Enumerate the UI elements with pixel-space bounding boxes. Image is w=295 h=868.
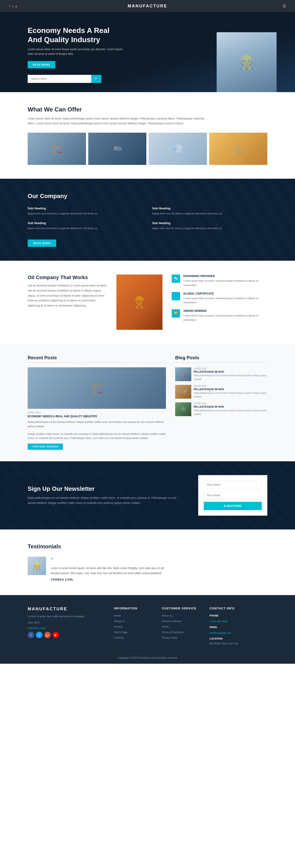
- recent-post-date: JUNE 2019: [28, 411, 166, 414]
- navbar-social-links: f t p: [9, 4, 17, 8]
- newsletter-text: Sign Up Our Newsletter Nulla pellentesqu…: [28, 485, 184, 505]
- footer-link-faq[interactable]: FAQ's Page: [114, 631, 127, 633]
- testimonial-avatar-1: 👷: [28, 557, 46, 575]
- list-item: Terms & Conditions: [162, 630, 200, 634]
- company-read-more-button[interactable]: READ MORE: [28, 240, 56, 247]
- oil-feature-3-content: AWARD WINNING Lorem ipsum dolor sit amet…: [183, 309, 267, 322]
- blog-post-date-2: 24FEB 2019: [194, 385, 267, 388]
- newsletter-section: Sign Up Our Newsletter Nulla pellentesqu…: [0, 461, 295, 529]
- pinterest-link[interactable]: p: [16, 4, 17, 8]
- search-input[interactable]: [28, 75, 91, 83]
- company-item-1: Sub Heading Itaque enim rem his fentur a…: [28, 207, 143, 216]
- search-button[interactable]: 🔍: [91, 75, 101, 83]
- footer-customer-service-links: About Us Delivery & Return Terms Terms &…: [162, 613, 200, 640]
- site-logo: MANUFACTURE: [128, 4, 167, 8]
- footer-link-present[interactable]: Present: [114, 625, 123, 628]
- list-item: Terms: [162, 624, 200, 628]
- blog-post-text-1: Nulla pellentesque mi non laoreet eleife…: [194, 374, 267, 381]
- search-bar: 🔍: [28, 75, 101, 83]
- oil-feature-1-title: EXPANDING PROVIDER: [183, 275, 267, 278]
- footer-customer-service-col: CUSTOMER SERVICE About Us Delivery & Ret…: [162, 607, 200, 646]
- company-item-3-heading: Sub Heading: [28, 221, 143, 225]
- footer-link-terms[interactable]: Terms: [162, 625, 169, 628]
- list-item: FAQ's Page: [114, 630, 153, 634]
- offer-image-2: 🚢: [88, 133, 147, 165]
- footer-link-about[interactable]: About Us: [162, 614, 172, 617]
- footer-facebook-link[interactable]: f: [28, 632, 34, 638]
- recent-post-text-1: Nulla pellentesque mi non laoreet eleife…: [28, 420, 166, 428]
- footer-googleplus-link[interactable]: g+: [44, 632, 51, 638]
- blog-post-thumb-1: 🏗️: [175, 367, 191, 381]
- hero-image: 👷: [217, 32, 276, 92]
- company-item-1-heading: Sub Heading: [28, 207, 143, 210]
- recent-post-image: 🏗️: [28, 367, 166, 409]
- facebook-link[interactable]: f: [9, 4, 10, 8]
- list-item: Privacy Policy: [162, 636, 200, 640]
- blog-post-info-3: 24FEB 2019 PELLENTESQUE MI NON Nulla pel…: [194, 402, 267, 416]
- company-item-4-text: Itaque enim rem his fentur a sapiente de…: [152, 226, 267, 230]
- continue-reading-button[interactable]: CONTINUE READING: [28, 443, 63, 450]
- newsletter-email-input[interactable]: [204, 491, 262, 499]
- blog-post-date-1: 24FEB 2019: [194, 367, 267, 370]
- hero-content: Economy Needs A Real And Quality Industr…: [28, 26, 124, 83]
- award-winning-icon: 🏆: [172, 309, 180, 318]
- hero-read-more-button[interactable]: READ MORE: [28, 61, 55, 68]
- oil-feature-2-content: GLOBAL CERTIFICATE Lorem ipsum dolor sit…: [183, 292, 267, 305]
- blog-post-date-3: 24FEB 2019: [194, 402, 267, 405]
- oil-features: 📡 EXPANDING PROVIDER Lorem ipsum dolor s…: [172, 275, 267, 322]
- footer-link-delivery[interactable]: Delivery & Return: [162, 620, 182, 622]
- oil-text: Oil Company That Works sed do eiusmod te…: [28, 275, 107, 308]
- testimonial-text-1: Lorem ut amet nostro quam, sit amet uldo…: [51, 566, 166, 576]
- offer-image-1: 🏗️: [28, 133, 86, 165]
- blog-post-title-3: PELLENTESQUE MI NON: [194, 405, 267, 408]
- blog-post-thumb-3: ⚙️: [175, 402, 191, 416]
- footer-link-privacy-policy[interactable]: Privacy Policy: [162, 636, 177, 639]
- oil-feature-3-title: AWARD WINNING: [183, 309, 267, 312]
- quote-icon: ": [51, 557, 166, 564]
- newsletter-subscribe-button[interactable]: SUBSCRIBE: [204, 502, 262, 510]
- twitter-link[interactable]: t: [12, 4, 13, 8]
- footer-link-terms-conditions[interactable]: Terms & Conditions: [162, 631, 184, 633]
- footer-youtube-link[interactable]: ▶: [53, 632, 59, 638]
- footer-link-contacts[interactable]: Contacts: [114, 636, 124, 639]
- list-item: Delivery & Return: [162, 619, 200, 623]
- menu-icon[interactable]: ☰: [283, 4, 286, 8]
- global-certificate-icon: 🌐: [172, 292, 180, 300]
- navbar: f t p MANUFACTURE ☰: [0, 0, 295, 12]
- footer-email: info@example.com: [209, 630, 267, 636]
- footer-brand-description: Ut ardo ut amet, duis mollis elementum c…: [28, 614, 105, 619]
- company-item-4-heading: Sub Heading: [152, 221, 267, 225]
- footer-twitter-link[interactable]: t: [36, 632, 42, 638]
- oil-feature-2: 🌐 GLOBAL CERTIFICATE Lorem ipsum dolor s…: [172, 292, 267, 305]
- company-section: Our Company Sub Heading Itaque enim rem …: [0, 179, 295, 261]
- newsletter-form: SUBSCRIBE: [198, 475, 267, 516]
- list-item: Contacts: [114, 636, 153, 640]
- hero-description: Lorem ipsum dolor sit amet finque partis…: [28, 47, 124, 56]
- blog-post-info-1: 24FEB 2019 PELLENTESQUE MI NON Nulla pel…: [194, 367, 267, 381]
- testimonial-author-1: THOMAS CARL: [51, 578, 166, 581]
- list-item: About Us: [162, 613, 200, 617]
- company-item-1-text: Itaque enim rem his fentur a sapiente de…: [28, 211, 143, 216]
- oil-feature-3: 🏆 AWARD WINNING Lorem ipsum dolor sit am…: [172, 309, 267, 322]
- footer-information-title: INFORMATION: [114, 607, 153, 610]
- footer-social: f t g+ ▶: [28, 632, 105, 638]
- footer-contact-content: PHONE 1-234-000-0000 EMAIL info@example.…: [209, 613, 267, 646]
- blog-posts-title: Blog Posts: [175, 355, 267, 363]
- oil-feature-1: 📡 EXPANDING PROVIDER Lorem ipsum dolor s…: [172, 275, 267, 287]
- blog-post-thumb-2: 🏭: [175, 385, 191, 399]
- footer-link-privacy[interactable]: Privacy II: [114, 620, 124, 622]
- list-item: Present: [114, 624, 153, 628]
- recent-posts: Recent Posts 🏗️ JUNE 2019 ECONOMY NEEDS …: [28, 355, 166, 450]
- blog-post-item-3: ⚙️ 24FEB 2019 PELLENTESQUE MI NON Nulla …: [175, 402, 267, 416]
- footer-location: Sth Street, New York City: [209, 642, 238, 645]
- company-title: Our Company: [28, 192, 267, 200]
- newsletter-name-input[interactable]: [204, 480, 262, 489]
- footer-link-home[interactable]: Home: [114, 614, 121, 617]
- offer-section: What We Can Offer Lorem ipsum dolor sit …: [0, 92, 295, 179]
- blog-post-text-3: Nulla pellentesque mi non laoreet eleife…: [194, 409, 267, 416]
- newsletter-title: Sign Up Our Newsletter: [28, 485, 184, 492]
- footer-phone: 1-234-000-0000: [209, 619, 267, 624]
- company-item-2-text: Itaque enim rem his fentur a sapiente de…: [152, 211, 267, 216]
- offer-image-3: 💨: [149, 133, 207, 165]
- blog-posts: Blog Posts 🏗️ 24FEB 2019 PELLENTESQUE MI…: [175, 355, 267, 450]
